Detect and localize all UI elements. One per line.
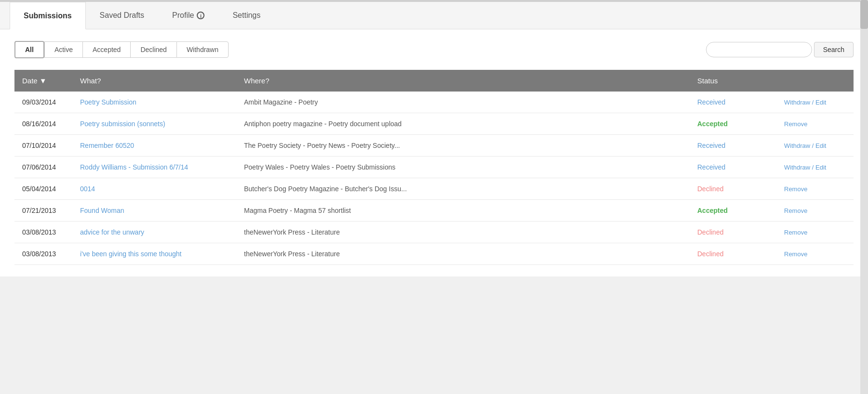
tab-submissions[interactable]: Submissions	[10, 2, 86, 29]
header-what-label: What?	[80, 77, 101, 85]
header-where: Where?	[236, 70, 690, 92]
table-row: 03/08/2013 advice for the unwary theNewe…	[14, 222, 854, 243]
cell-where: Magma Poetry - Magma 57 shortlist	[236, 200, 690, 222]
cell-where: Butcher's Dog Poetry Magazine - Butcher'…	[236, 178, 690, 200]
cell-date: 03/08/2013	[14, 222, 72, 243]
cell-what: Remember 60520	[72, 135, 236, 157]
cell-action: Remove	[776, 113, 854, 135]
cell-date: 07/10/2014	[14, 135, 72, 157]
status-badge: Accepted	[697, 207, 728, 214]
submission-link[interactable]: 0014	[80, 185, 95, 193]
submission-link[interactable]: Poetry Submission	[80, 98, 136, 106]
submission-link[interactable]: advice for the unwary	[80, 228, 144, 236]
filter-bar: All Active Accepted Declined Withdrawn S…	[14, 41, 854, 58]
submission-link[interactable]: Poetry submission (sonnets)	[80, 120, 165, 128]
submission-link[interactable]: Found Woman	[80, 207, 124, 214]
header-status-label: Status	[697, 77, 718, 85]
circle-info-icon: i	[197, 12, 204, 19]
action-link[interactable]: Withdraw / Edit	[784, 164, 826, 171]
submission-link[interactable]: Remember 60520	[80, 142, 134, 149]
cell-status: Accepted	[690, 200, 776, 222]
table-row: 05/04/2014 0014 Butcher's Dog Poetry Mag…	[14, 178, 854, 200]
cell-date: 05/04/2014	[14, 178, 72, 200]
header-actions	[776, 70, 854, 92]
top-navigation: Submissions Saved Drafts Profile i Setti…	[0, 2, 868, 29]
cell-where: Antiphon poetry magazine - Poetry docume…	[236, 113, 690, 135]
search-button[interactable]: Search	[814, 42, 854, 57]
status-badge: Declined	[697, 185, 723, 193]
header-where-label: Where?	[244, 77, 270, 85]
cell-where: Ambit Magazine - Poetry	[236, 92, 690, 113]
cell-what: Poetry submission (sonnets)	[72, 113, 236, 135]
cell-status: Received	[690, 135, 776, 157]
filter-withdrawn[interactable]: Withdrawn	[176, 41, 229, 58]
status-badge: Received	[697, 142, 725, 149]
cell-date: 08/16/2014	[14, 113, 72, 135]
table-header-row: Date ▼ What? Where? Status	[14, 70, 854, 92]
cell-action: Withdraw / Edit	[776, 135, 854, 157]
status-badge: Received	[697, 98, 725, 106]
header-what: What?	[72, 70, 236, 92]
cell-where: The Poetry Society - Poetry News - Poetr…	[236, 135, 690, 157]
tab-submissions-label: Submissions	[24, 12, 72, 20]
submissions-table: Date ▼ What? Where? Status 09/	[14, 70, 854, 265]
table-row: 08/16/2014 Poetry submission (sonnets) A…	[14, 113, 854, 135]
action-link[interactable]: Remove	[784, 185, 807, 193]
cell-where: theNewerYork Press - Literature	[236, 243, 690, 265]
cell-action: Remove	[776, 178, 854, 200]
cell-status: Accepted	[690, 113, 776, 135]
cell-action: Withdraw / Edit	[776, 157, 854, 178]
search-area: Search	[706, 42, 854, 57]
action-link[interactable]: Withdraw / Edit	[784, 142, 826, 149]
cell-what: Found Woman	[72, 200, 236, 222]
cell-action: Remove	[776, 243, 854, 265]
cell-what: i've been giving this some thought	[72, 243, 236, 265]
action-link[interactable]: Withdraw / Edit	[784, 99, 826, 106]
cell-what: Roddy Williams - Submission 6/7/14	[72, 157, 236, 178]
cell-what: Poetry Submission	[72, 92, 236, 113]
search-input[interactable]	[706, 42, 812, 57]
filter-all[interactable]: All	[14, 41, 44, 58]
filter-declined[interactable]: Declined	[130, 41, 176, 58]
table-row: 07/10/2014 Remember 60520 The Poetry Soc…	[14, 135, 854, 157]
cell-status: Received	[690, 157, 776, 178]
status-badge: Accepted	[697, 120, 728, 128]
submission-link[interactable]: Roddy Williams - Submission 6/7/14	[80, 163, 188, 171]
cell-date: 03/08/2013	[14, 243, 72, 265]
table-row: 07/21/2013 Found Woman Magma Poetry - Ma…	[14, 200, 854, 222]
action-link[interactable]: Remove	[784, 120, 807, 128]
cell-status: Declined	[690, 178, 776, 200]
tab-settings-label: Settings	[232, 11, 260, 20]
tab-saved-drafts[interactable]: Saved Drafts	[86, 2, 158, 29]
status-badge: Declined	[697, 250, 723, 258]
table-row: 07/06/2014 Roddy Williams - Submission 6…	[14, 157, 854, 178]
tab-profile[interactable]: Profile i	[158, 2, 218, 29]
scrollbar[interactable]	[860, 0, 868, 394]
cell-where: Poetry Wales - Poetry Wales - Poetry Sub…	[236, 157, 690, 178]
cell-what: 0014	[72, 178, 236, 200]
cell-date: 07/21/2013	[14, 200, 72, 222]
tab-profile-label: Profile	[172, 11, 194, 20]
action-link[interactable]: Remove	[784, 250, 807, 258]
cell-where: theNewerYork Press - Literature	[236, 222, 690, 243]
header-date: Date ▼	[14, 70, 72, 92]
sort-arrow-icon: ▼	[40, 77, 47, 85]
submission-link[interactable]: i've been giving this some thought	[80, 250, 181, 258]
cell-date: 07/06/2014	[14, 157, 72, 178]
main-content: All Active Accepted Declined Withdrawn S…	[0, 29, 868, 276]
tab-settings[interactable]: Settings	[218, 2, 274, 29]
status-badge: Received	[697, 163, 725, 171]
status-badge: Declined	[697, 228, 723, 236]
cell-date: 09/03/2014	[14, 92, 72, 113]
action-link[interactable]: Remove	[784, 207, 807, 214]
cell-status: Received	[690, 92, 776, 113]
cell-status: Declined	[690, 222, 776, 243]
action-link[interactable]: Remove	[784, 229, 807, 236]
scrollbar-thumb[interactable]	[860, 0, 868, 29]
cell-action: Remove	[776, 200, 854, 222]
cell-action: Remove	[776, 222, 854, 243]
tab-saved-drafts-label: Saved Drafts	[100, 11, 144, 20]
table-row: 03/08/2013 i've been giving this some th…	[14, 243, 854, 265]
filter-accepted[interactable]: Accepted	[82, 41, 130, 58]
filter-active[interactable]: Active	[44, 41, 82, 58]
